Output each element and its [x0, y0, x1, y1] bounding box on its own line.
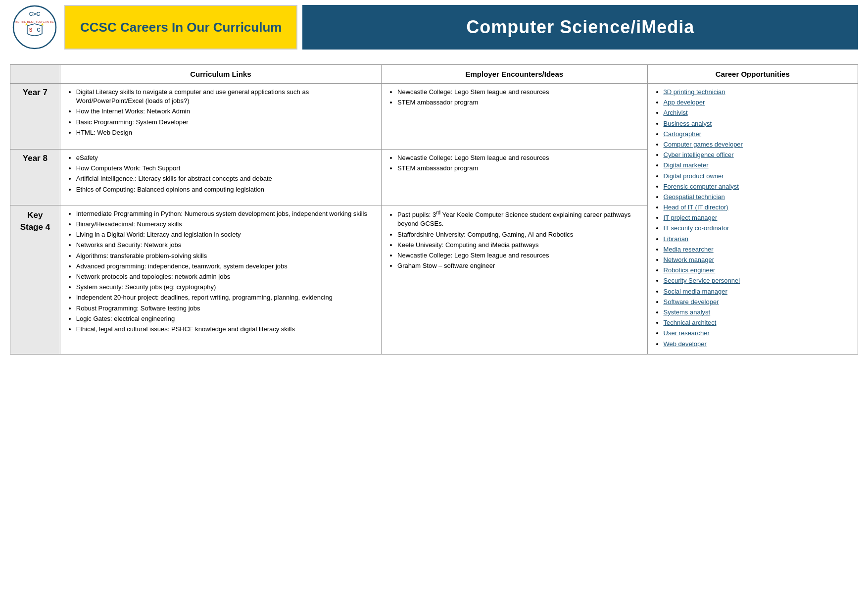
list-item: 3D printing technician — [664, 88, 852, 97]
list-item: How Computers Work: Tech Support — [76, 164, 375, 173]
list-item: Newcastle College: Lego Stem league and … — [397, 88, 641, 97]
year8-curriculum-list: eSafety How Computers Work: Tech Support… — [66, 154, 375, 194]
year7-employer: Newcastle College: Lego Stem league and … — [382, 84, 647, 150]
list-item: Librarian — [664, 235, 852, 244]
career-link-technical-architect[interactable]: Technical architect — [664, 319, 717, 326]
career-link-business-analyst[interactable]: Business analyst — [664, 120, 712, 127]
list-item: Basic Programming: System Developer — [76, 118, 375, 127]
list-item: Head of IT (IT director) — [664, 203, 852, 212]
career-link-cyber-intelligence[interactable]: Cyber intelligence officer — [664, 151, 734, 158]
career-link-software-developer[interactable]: Software developer — [664, 298, 719, 306]
year7-curriculum: Digital Literacy skills to navigate a co… — [60, 84, 381, 150]
year8-employer-list: Newcastle College: Lego Stem league and … — [387, 154, 641, 173]
career-link-computer-games[interactable]: Computer games developer — [664, 141, 743, 148]
list-item: Independent 20-hour project: deadlines, … — [76, 293, 375, 302]
career-link-web-developer[interactable]: Web developer — [664, 340, 707, 348]
career-link-social-media[interactable]: Social media manager — [664, 288, 727, 295]
ks4-curriculum: Intermediate Programming in Python: Nume… — [60, 205, 381, 354]
career-link-it-project-manager[interactable]: IT project manager — [664, 214, 718, 221]
year7-curriculum-list: Digital Literacy skills to navigate a co… — [66, 88, 375, 137]
list-item: Cartographer — [664, 130, 852, 139]
list-item: App developer — [664, 98, 852, 107]
list-item: User researcher — [664, 329, 852, 338]
list-item: Digital marketer — [664, 161, 852, 170]
brand-title: CCSC Careers In Our Curriculum — [80, 20, 282, 35]
career-opportunities: 3D printing technician App developer Arc… — [647, 84, 858, 355]
career-link-digital-product-owner[interactable]: Digital product owner — [664, 172, 724, 180]
list-item: Past pupils: 3rd Year Keele Computer Sci… — [397, 209, 641, 229]
list-item: Newcastle College: Lego Stem league and … — [397, 251, 641, 260]
year7-employer-list: Newcastle College: Lego Stem league and … — [387, 88, 641, 107]
career-link-media-researcher[interactable]: Media researcher — [664, 246, 714, 253]
career-link-user-researcher[interactable]: User researcher — [664, 329, 710, 337]
page-header: C>C BE THE BEST YOU CAN BE S C ★ ★ CCSC … — [0, 0, 868, 50]
table-row-year7: Year 7 Digital Literacy skills to naviga… — [10, 84, 858, 150]
list-item: Software developer — [664, 298, 852, 307]
svg-text:C: C — [37, 27, 40, 33]
list-item: eSafety — [76, 154, 375, 162]
career-link-cartographer[interactable]: Cartographer — [664, 130, 702, 138]
list-item: Advanced programming: independence, team… — [76, 262, 375, 271]
career-link-geospatial[interactable]: Geospatial technician — [664, 193, 725, 201]
ks4-employer-list: Past pupils: 3rd Year Keele Computer Sci… — [387, 209, 641, 270]
list-item: IT project manager — [664, 213, 852, 222]
list-item: Ethical, legal and cultural issues: PSHC… — [76, 325, 375, 334]
list-item: Systems analyst — [664, 308, 852, 317]
career-list: 3D printing technician App developer Arc… — [654, 88, 852, 349]
list-item: Social media manager — [664, 287, 852, 296]
list-item: HTML: Web Design — [76, 128, 375, 137]
year8-label: Year 8 — [10, 150, 60, 205]
list-item: Web developer — [664, 340, 852, 349]
list-item: STEM ambassador program — [397, 164, 641, 173]
list-item: Computer games developer — [664, 140, 852, 149]
career-link-archivist[interactable]: Archivist — [664, 109, 688, 116]
list-item: Media researcher — [664, 245, 852, 254]
list-item: Algorithms: transferable problem-solving… — [76, 252, 375, 260]
ks4-label: KeyStage 4 — [10, 205, 60, 354]
main-content: Curriculum Links Employer Encounters/Ide… — [0, 54, 868, 364]
list-item: Technical architect — [664, 318, 852, 327]
list-item: Keele Univesity: Computing and iMedia pa… — [397, 241, 641, 250]
career-link-3d-printing[interactable]: 3D printing technician — [664, 88, 725, 96]
list-item: Living in a Digital World: Literacy and … — [76, 230, 375, 239]
career-link-head-of-it[interactable]: Head of IT (IT director) — [664, 204, 728, 211]
list-item: Ethics of Computing: Balanced opinions a… — [76, 185, 375, 194]
list-item: Artificial Intelligence.: Literacy skill… — [76, 174, 375, 183]
subject-title-box: Computer Science/iMedia — [302, 5, 858, 50]
year8-curriculum: eSafety How Computers Work: Tech Support… — [60, 150, 381, 205]
svg-text:S: S — [29, 27, 33, 33]
list-item: STEM ambassador program — [397, 98, 641, 107]
list-item: Newcastle College: Lego Stem league and … — [397, 154, 641, 162]
career-link-security-service[interactable]: Security Service personnel — [664, 277, 740, 284]
list-item: Digital product owner — [664, 172, 852, 181]
list-item: Robust Programming: Software testing job… — [76, 304, 375, 313]
career-link-librarian[interactable]: Librarian — [664, 235, 689, 243]
list-item: Binary/Hexadecimal: Numeracy skills — [76, 220, 375, 229]
career-link-systems-analyst[interactable]: Systems analyst — [664, 308, 711, 316]
year7-label: Year 7 — [10, 84, 60, 150]
career-link-app-developer[interactable]: App developer — [664, 99, 705, 106]
career-link-robotics-engineer[interactable]: Robotics engineer — [664, 266, 716, 274]
list-item: Security Service personnel — [664, 276, 852, 285]
col-header-career: Career Opportunities — [647, 65, 858, 84]
ks4-curriculum-list: Intermediate Programming in Python: Nume… — [66, 209, 375, 334]
list-item: Intermediate Programming in Python: Nume… — [76, 209, 375, 218]
curriculum-table: Curriculum Links Employer Encounters/Ide… — [10, 64, 858, 355]
list-item: Archivist — [664, 108, 852, 117]
career-link-digital-marketer[interactable]: Digital marketer — [664, 161, 709, 169]
list-item: System security: Security jobs (eg: cryp… — [76, 283, 375, 292]
brand-title-box: CCSC Careers In Our Curriculum — [64, 5, 297, 50]
col-header-employer: Employer Encounters/Ideas — [382, 65, 647, 84]
col-header-curriculum: Curriculum Links — [60, 65, 381, 84]
list-item: Network protocols and topologies: networ… — [76, 272, 375, 281]
list-item: Graham Stow – software engineer — [397, 261, 641, 270]
list-item: Forensic computer analyst — [664, 182, 852, 191]
subject-title: Computer Science/iMedia — [466, 17, 694, 38]
career-link-forensic-computer[interactable]: Forensic computer analyst — [664, 183, 739, 190]
list-item: Robotics engineer — [664, 266, 852, 275]
career-link-it-security[interactable]: IT security co-ordinator — [664, 224, 729, 232]
career-link-network-manager[interactable]: Network manager — [664, 256, 715, 263]
list-item: Networks and Security: Network jobs — [76, 241, 375, 250]
year8-employer: Newcastle College: Lego Stem league and … — [382, 150, 647, 205]
svg-text:BE THE BEST YOU CAN BE: BE THE BEST YOU CAN BE — [15, 20, 53, 23]
